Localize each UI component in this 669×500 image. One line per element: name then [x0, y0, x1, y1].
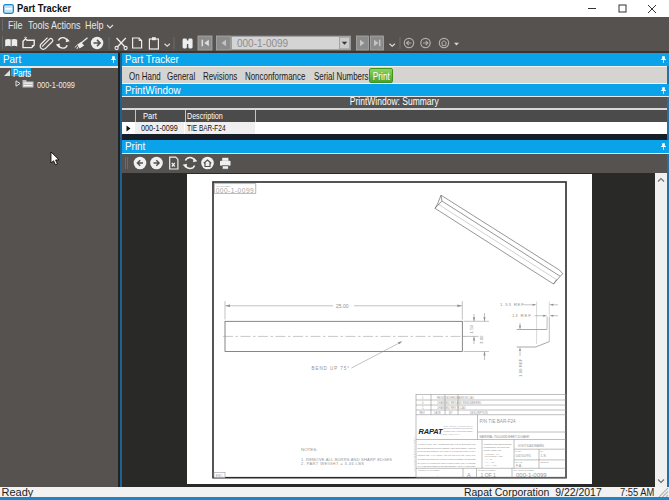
- svg-text:CHANGED REV IN CAD: CHANGED REV IN CAD: [437, 405, 466, 409]
- svg-text:REV: REV: [420, 410, 426, 414]
- svg-text:FRACTIONS ± 1/32: FRACTIONS ± 1/32: [485, 455, 504, 457]
- svg-text:CHANGED REV AND RENUMBERED: CHANGED REV AND RENUMBERED: [437, 400, 481, 404]
- svg-text:.XX ± .02: .XX ± .02: [485, 461, 495, 463]
- svg-text:THIS DRAWING AND ALL DESIGNS,: THIS DRAWING AND ALL DESIGNS, DETAILS, I…: [418, 443, 476, 446]
- svg-text:DEVELOPMENTS SHOWN THEREON, AR: DEVELOPMENTS SHOWN THEREON, ARE THE PROP…: [418, 446, 476, 449]
- svg-text:MATERIAL: 750-0-0336 SHEET, 10: MATERIAL: 750-0-0336 SHEET, 10 GA HR: [480, 435, 531, 439]
- svg-text:25.00: 25.00: [336, 302, 349, 308]
- svg-text:TOLERANCES ARE:: TOLERANCES ARE:: [484, 449, 502, 451]
- svg-text:BEND UP 75°: BEND UP 75°: [312, 366, 350, 371]
- svg-text:1: 1: [422, 395, 424, 399]
- svg-text:F.A.: F.A.: [516, 464, 522, 468]
- svg-text:---- 1-800-450-1444: ---- 1-800-450-1444: [436, 433, 461, 435]
- svg-text:A: A: [467, 471, 471, 477]
- svg-text:Fergus Falls, Minnesota 56537: Fergus Falls, Minnesota 56537: [444, 429, 474, 432]
- svg-text:0: 0: [422, 400, 424, 404]
- svg-text:ERC: ERC: [216, 473, 223, 477]
- svg-text:1.53 REF: 1.53 REF: [500, 302, 524, 307]
- svg-text:EXCLUSIVE PROPERTY OF THE RAPA: EXCLUSIVE PROPERTY OF THE RAPAT CORPORAT…: [418, 450, 476, 453]
- svg-text:DATE: DATE: [515, 449, 521, 451]
- svg-text:DO NOT SCALE DRAWING: DO NOT SCALE DRAWING: [518, 444, 544, 448]
- svg-text:NOTES:: NOTES:: [301, 446, 317, 451]
- svg-text:.X ± .05: .X ± .05: [485, 458, 493, 460]
- svg-text:1.50: 1.50: [469, 324, 474, 333]
- svg-text:3.00: 3.00: [479, 334, 484, 343]
- svg-text:RESERVES ALL PATENT AND OTHER: RESERVES ALL PATENT AND OTHER RIGHTS, CO…: [418, 454, 476, 457]
- svg-text:DESIGN: DESIGN: [541, 460, 550, 462]
- svg-text:DIMENSIONS ARE IN INCHES: DIMENSIONS ARE IN INCHES: [484, 446, 510, 448]
- svg-text:000-1-0099: 000-1-0099: [216, 186, 254, 193]
- svg-text:LS: LS: [541, 452, 546, 457]
- svg-text:BY THE RAPAT CORPORATION. THIS: BY THE RAPAT CORPORATION. THIS DRAWING A…: [418, 461, 476, 463]
- svg-text:OR REPRODUCTION, IN PART OR WH: OR REPRODUCTION, IN PART OR WHOLE, EXPRE…: [418, 457, 476, 460]
- svg-text:04/10/95: 04/10/95: [516, 452, 532, 457]
- svg-text:BY: BY: [541, 449, 544, 451]
- svg-text:000-1-0099 TIE BAR-F24 SHEET 1: 000-1-0099 TIE BAR-F24 SHEET 1: [413, 435, 415, 470]
- svg-text:DESCRIPTION: DESCRIPTION: [470, 410, 488, 414]
- svg-text:000-1-0099: 000-1-0099: [237, 38, 289, 49]
- svg-text:000-1-0099: 000-1-0099: [516, 472, 547, 478]
- svg-text:C: C: [422, 405, 424, 409]
- svg-text:DRAWING NUMBER: DRAWING NUMBER: [514, 469, 535, 471]
- svg-text:DATE: DATE: [434, 410, 441, 414]
- svg-text:BY: BY: [449, 410, 453, 414]
- svg-text:1 OF 1: 1 OF 1: [481, 471, 497, 477]
- svg-text:REISSUED/REDRAWN IN CAD: REISSUED/REDRAWN IN CAD: [437, 395, 474, 399]
- svg-text:SCALE: SCALE: [515, 460, 523, 462]
- svg-text:-: -: [437, 471, 439, 476]
- svg-text:SHALL BE RETURNED UPON REQUEST: SHALL BE RETURNED UPON REQUESTED, AND SH…: [418, 465, 476, 468]
- svg-text:2. PART WEIGHT = 3.46 LBS: 2. PART WEIGHT = 3.46 LBS: [301, 461, 364, 466]
- svg-text:.13 REF: .13 REF: [510, 313, 531, 318]
- svg-text:1.99 REF: 1.99 REF: [518, 358, 523, 377]
- svg-text:ANGLES ± 0.5°: ANGLES ± 0.5°: [485, 452, 501, 454]
- svg-text:.XXX ± .005: .XXX ± .005: [485, 463, 498, 465]
- svg-text:P/N TIE BAR-F24: P/N TIE BAR-F24: [480, 418, 517, 423]
- svg-text:UNLESS OTHERWISE SPECIFIED: UNLESS OTHERWISE SPECIFIED: [484, 443, 512, 445]
